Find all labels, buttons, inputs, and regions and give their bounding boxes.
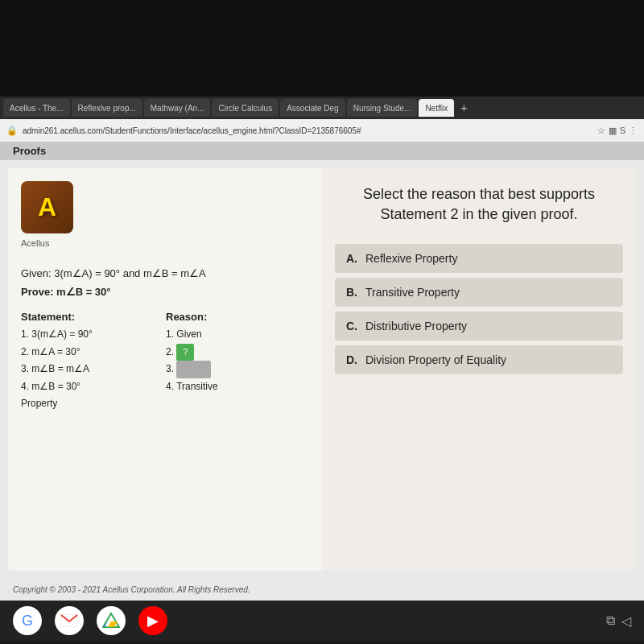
logo-letter: A bbox=[38, 192, 56, 222]
statement-column: Statement: 1. 3(m∠A) = 90° 2. m∠A = 30° … bbox=[21, 311, 164, 413]
acellus-logo: A bbox=[21, 181, 73, 233]
taskbar-right-icons: ⧉ ◁ bbox=[606, 613, 631, 629]
reason-row-4: 4. Transitive bbox=[166, 378, 309, 396]
answer-highlight: ? bbox=[176, 344, 194, 361]
browser-chrome: Acellus - The... Reflexive prop... Mathw… bbox=[0, 97, 644, 142]
tab-nursing[interactable]: Nursing Stude... bbox=[347, 99, 418, 117]
page-title: Proofs bbox=[13, 145, 46, 157]
reason-header: Reason: bbox=[166, 311, 309, 323]
option-b[interactable]: B. Transitive Property bbox=[335, 278, 623, 307]
content-area: A Acellus Given: 3(m∠A) = 90° and m∠B = … bbox=[0, 160, 644, 579]
lock-icon: 🔒 bbox=[6, 126, 18, 136]
statement-row-5: Property bbox=[21, 395, 164, 413]
statement-header: Statement: bbox=[21, 311, 164, 323]
tab-reflexive[interactable]: Reflexive prop... bbox=[72, 99, 142, 117]
page-title-bar: Proofs bbox=[0, 142, 644, 160]
tab-netflix[interactable]: Netflix bbox=[419, 99, 454, 117]
tab-circle[interactable]: Circle Calculus bbox=[212, 99, 279, 117]
tab-bar: Acellus - The... Reflexive prop... Mathw… bbox=[0, 97, 644, 119]
star-icon[interactable]: ☆ bbox=[597, 126, 605, 136]
answer-options: A. Reflexive Property B. Transitive Prop… bbox=[335, 244, 623, 374]
reason-row-3: 3. bbox=[166, 361, 309, 378]
taskbar-gmail-icon[interactable] bbox=[55, 606, 84, 635]
option-c[interactable]: C. Distributive Property bbox=[335, 312, 623, 341]
footer: Copyright © 2003 - 2021 Acellus Corporat… bbox=[0, 579, 644, 601]
reason-redacted bbox=[176, 361, 211, 378]
reason-row-2: 2. ? bbox=[166, 344, 309, 361]
reason-column: Reason: 1. Given 2. ? 3. 4. Transitive bbox=[166, 311, 309, 413]
address-bar: 🔒 admin261.acellus.com/StudentFunctions/… bbox=[0, 119, 644, 142]
statement-row-4: 4. m∠B = 30° bbox=[21, 378, 164, 396]
right-panel: Select the reason that best supports Sta… bbox=[322, 168, 636, 571]
tab-associate[interactable]: Associate Deg bbox=[280, 99, 345, 117]
taskbar-drive-icon[interactable] bbox=[97, 606, 126, 635]
taskbar-copy-icon[interactable]: ⧉ bbox=[606, 613, 615, 628]
given-statement: Given: 3(m∠A) = 90° and m∠B = m∠A bbox=[21, 267, 309, 279]
left-panel: A Acellus Given: 3(m∠A) = 90° and m∠B = … bbox=[8, 168, 322, 571]
copyright-text: Copyright © 2003 - 2021 Acellus Corporat… bbox=[13, 585, 250, 594]
browser-action-icons: ☆ ▦ S ⋮ bbox=[597, 126, 638, 136]
tab-mathway[interactable]: Mathway (An... bbox=[144, 99, 211, 117]
option-c-text: Distributive Property bbox=[365, 320, 467, 332]
new-tab-button[interactable]: + bbox=[456, 101, 472, 114]
reason-row-1: 1. Given bbox=[166, 326, 309, 344]
option-b-letter: B. bbox=[346, 286, 359, 299]
settings-icon[interactable]: ⋮ bbox=[629, 126, 638, 136]
question-text: Select the reason that best supports Sta… bbox=[335, 184, 623, 225]
acellus-label: Acellus bbox=[21, 238, 309, 248]
taskbar-back-icon[interactable]: ◁ bbox=[621, 613, 631, 629]
statement-row-1: 1. 3(m∠A) = 90° bbox=[21, 326, 164, 344]
taskbar-google-icon[interactable]: G bbox=[13, 606, 42, 635]
option-d-text: Division Property of Equality bbox=[365, 353, 506, 366]
tab-acellus[interactable]: Acellus - The... bbox=[3, 99, 70, 117]
taskbar-youtube-icon[interactable]: ▶ bbox=[138, 606, 167, 635]
statement-row-3: 3. m∠B = m∠A bbox=[21, 361, 164, 378]
prove-statement: Prove: m∠B = 30° bbox=[21, 286, 309, 298]
option-d[interactable]: D. Division Property of Equality bbox=[335, 345, 623, 374]
option-a-text: Reflexive Property bbox=[365, 252, 457, 265]
option-b-text: Transitive Property bbox=[365, 286, 460, 299]
main-content: Proofs A Acellus Given: 3(m∠A) = 90° and… bbox=[0, 142, 644, 601]
svg-marker-1 bbox=[108, 621, 118, 627]
option-a[interactable]: A. Reflexive Property bbox=[335, 244, 623, 273]
taskbar: G ▶ ⧉ ◁ bbox=[0, 601, 644, 641]
profile-icon[interactable]: S bbox=[620, 126, 625, 135]
proof-content: Given: 3(m∠A) = 90° and m∠B = m∠A Prove:… bbox=[21, 267, 309, 413]
option-d-letter: D. bbox=[346, 353, 359, 366]
statement-row-2: 2. m∠A = 30° bbox=[21, 344, 164, 361]
extensions-icon[interactable]: ▦ bbox=[609, 126, 617, 136]
proof-table: Statement: 1. 3(m∠A) = 90° 2. m∠A = 30° … bbox=[21, 311, 309, 413]
option-c-letter: C. bbox=[346, 320, 359, 332]
url-display[interactable]: admin261.acellus.com/StudentFunctions/In… bbox=[23, 126, 592, 135]
top-black-bar bbox=[0, 0, 644, 97]
option-a-letter: A. bbox=[346, 252, 359, 265]
